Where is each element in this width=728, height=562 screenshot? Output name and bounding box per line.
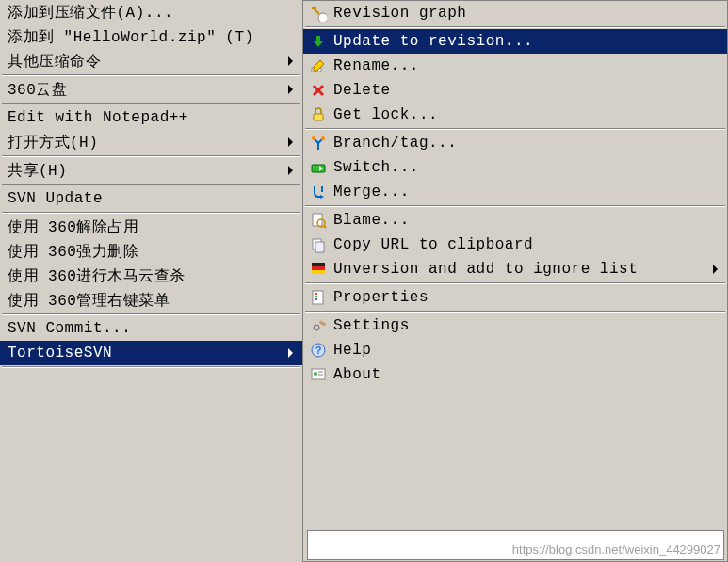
menu-item-label: 打开方式(H): [8, 133, 288, 153]
menu-item[interactable]: SVN Update: [0, 186, 302, 211]
menu-item[interactable]: 添加到 "HelloWorld.zip" (T): [0, 24, 302, 49]
menu-item[interactable]: 使用 360进行木马云查杀: [0, 264, 302, 288]
settings-icon: [307, 316, 330, 335]
svg-point-8: [321, 136, 325, 140]
branch-icon: [307, 134, 330, 153]
delete-icon: [307, 81, 330, 100]
svg-rect-18: [313, 291, 323, 304]
update-icon: [307, 32, 330, 51]
menu-item[interactable]: Copy URL to clipboard: [303, 233, 727, 257]
svg-text:?: ?: [315, 345, 322, 356]
svg-rect-19: [315, 293, 317, 295]
menu-item[interactable]: Get lock...: [303, 103, 727, 127]
menu-item-label: 使用 360解除占用: [8, 217, 297, 237]
menu-separator: [2, 313, 300, 315]
menu-separator: [2, 103, 300, 104]
menu-item[interactable]: Delete: [303, 78, 727, 103]
menu-item-label: Edit with Notepad++: [8, 109, 297, 126]
menu-item[interactable]: Unversion and add to ignore list: [303, 257, 727, 281]
menu-item[interactable]: 使用 360解除占用: [0, 215, 302, 239]
rename-icon: [307, 56, 330, 75]
menu-item-label: 共享(H): [8, 161, 288, 181]
menu-item[interactable]: Revision graph: [303, 1, 727, 25]
submenu-arrow-icon: [288, 56, 293, 66]
menu-item-label: Properties: [333, 289, 721, 306]
menu-item[interactable]: About: [303, 362, 727, 387]
menu-item[interactable]: 360云盘: [0, 77, 302, 102]
svg-rect-21: [315, 298, 317, 300]
menu-item[interactable]: Edit with Notepad++: [0, 105, 302, 130]
menu-item[interactable]: ?Help: [303, 338, 727, 362]
menu-item[interactable]: 共享(H): [0, 158, 302, 183]
copy-icon: [307, 235, 330, 254]
svg-rect-15: [312, 266, 325, 270]
menu-item[interactable]: Update to revision...: [303, 29, 727, 54]
menu-item-label: 添加到压缩文件(A)...: [8, 3, 297, 23]
menu-item-label: Get lock...: [333, 106, 721, 123]
menu-item[interactable]: Switch...: [303, 155, 727, 180]
menu-item-label: Rename...: [333, 57, 721, 74]
submenu-arrow-icon: [288, 85, 293, 94]
svg-point-7: [312, 136, 315, 140]
menu-separator: [305, 205, 725, 207]
menu-item-label: Revision graph: [333, 5, 721, 22]
menu-item-label: 添加到 "HelloWorld.zip" (T): [8, 27, 297, 47]
menu-item-label: 其他压缩命令: [8, 52, 288, 72]
menu-item[interactable]: Branch/tag...: [303, 131, 727, 155]
about-icon: [307, 365, 330, 384]
menu-item-label: Delete: [333, 82, 721, 99]
blame-icon: [307, 211, 330, 230]
svg-rect-23: [319, 320, 327, 326]
menu-item[interactable]: 使用 360管理右键菜单: [0, 288, 302, 313]
context-menu-left: 添加到压缩文件(A)...添加到 "HelloWorld.zip" (T)其他压…: [0, 0, 303, 562]
menu-item-label: Help: [333, 342, 721, 359]
menu-item-label: SVN Commit...: [8, 320, 297, 337]
menu-item[interactable]: Merge...: [303, 180, 727, 204]
unversion-icon: [307, 260, 330, 279]
menu-item[interactable]: Properties: [303, 285, 727, 310]
svg-line-12: [324, 226, 326, 228]
svg-rect-16: [312, 270, 325, 274]
context-menu-right: Revision graphUpdate to revision...Renam…: [303, 0, 728, 562]
submenu-arrow-icon: [713, 265, 718, 274]
menu-item-label: Unversion and add to ignore list: [333, 261, 713, 278]
menu-separator: [305, 128, 725, 130]
menu-item[interactable]: 其他压缩命令: [0, 49, 302, 73]
svg-rect-20: [315, 296, 317, 297]
svg-point-27: [314, 372, 317, 376]
submenu-arrow-icon: [288, 348, 293, 358]
menu-item-label: Branch/tag...: [333, 135, 721, 152]
menu-separator: [305, 282, 725, 284]
menu-separator: [2, 366, 300, 368]
menu-item-label: Blame...: [333, 212, 721, 229]
menu-item-label: Update to revision...: [333, 33, 721, 50]
menu-item-label: Settings: [333, 317, 721, 334]
menu-item[interactable]: Rename...: [303, 54, 727, 78]
svg-point-0: [318, 13, 327, 22]
svg-rect-6: [314, 114, 323, 120]
menu-item-label: 使用 360进行木马云查杀: [8, 266, 297, 286]
menu-item-label: Merge...: [333, 184, 721, 201]
menu-separator: [305, 26, 725, 28]
menu-item[interactable]: 打开方式(H): [0, 130, 302, 154]
menu-item-label: 使用 360管理右键菜单: [8, 291, 297, 311]
menu-item[interactable]: SVN Commit...: [0, 316, 302, 341]
submenu-arrow-icon: [288, 166, 293, 175]
menu-item-label: TortoiseSVN: [8, 345, 288, 361]
menu-item[interactable]: Settings: [303, 313, 727, 338]
menu-item-label: 360云盘: [8, 80, 288, 100]
graph-icon: [307, 4, 330, 23]
submenu-arrow-icon: [288, 137, 293, 147]
menu-item-label: Switch...: [333, 159, 721, 176]
menu-separator: [2, 212, 300, 214]
svg-rect-2: [312, 7, 316, 9]
menu-item[interactable]: Blame...: [303, 208, 727, 233]
menu-separator: [305, 311, 725, 313]
menu-item-label: 使用 360强力删除: [8, 242, 297, 262]
svg-point-22: [314, 325, 319, 330]
menu-item[interactable]: TortoiseSVN: [0, 341, 302, 365]
menu-item[interactable]: 使用 360强力删除: [0, 239, 302, 264]
lock-icon: [307, 105, 330, 124]
merge-icon: [307, 183, 330, 201]
menu-item[interactable]: 添加到压缩文件(A)...: [0, 0, 302, 24]
